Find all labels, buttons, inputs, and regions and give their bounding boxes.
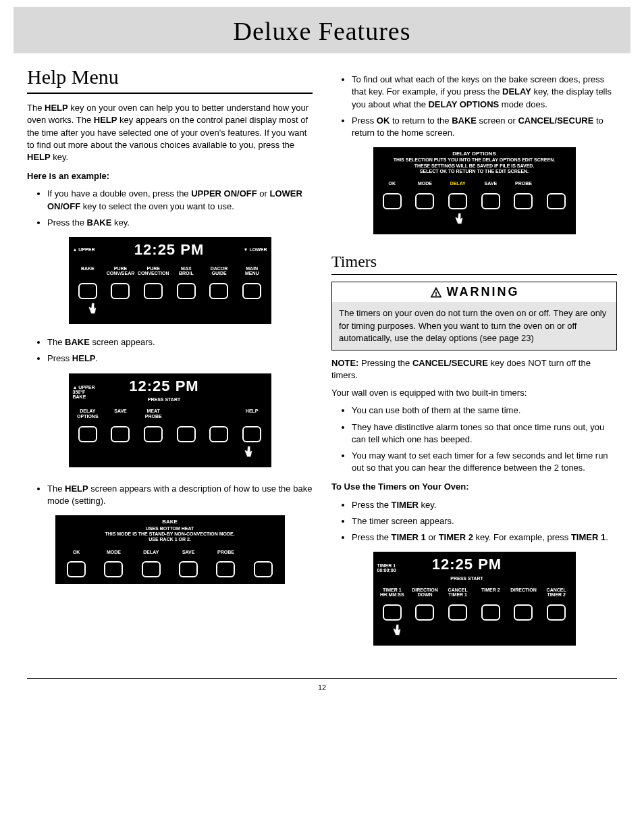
oven-key[interactable] bbox=[415, 604, 434, 621]
oven-key[interactable] bbox=[177, 426, 196, 442]
list-item: You may want to set each timer for a few… bbox=[352, 450, 617, 474]
key-row bbox=[55, 557, 285, 584]
oven-key[interactable] bbox=[78, 283, 97, 299]
oven-key[interactable] bbox=[242, 283, 261, 299]
page-footer: 12 bbox=[27, 678, 617, 706]
list-item: Press the BAKE key. bbox=[47, 217, 313, 229]
oven-key[interactable] bbox=[111, 426, 130, 442]
clock: 12:25 PM bbox=[432, 554, 502, 575]
pointer-hand-icon bbox=[451, 212, 466, 230]
oven-key[interactable] bbox=[67, 561, 86, 577]
oven-key[interactable] bbox=[177, 283, 196, 299]
soft-key-labels: BAKE PURECONV/SEAR PURECONVECTION MAXBRO… bbox=[69, 261, 271, 279]
softkey-label: PURECONVECTION bbox=[137, 266, 170, 276]
softkey-label: TIMER 2 bbox=[475, 588, 508, 598]
soft-key-labels: TIMER 1HH:MM:SS DIRECTIONDOWN CANCELTIME… bbox=[373, 582, 576, 600]
press-start: PRESS START bbox=[432, 575, 502, 582]
oven-key[interactable] bbox=[383, 193, 402, 209]
softkey-label: MAXBROIL bbox=[170, 266, 203, 276]
oven-key[interactable] bbox=[254, 561, 273, 577]
example-steps-3: The HELP screen appears with a descripti… bbox=[27, 483, 313, 507]
clock: 12:25 PM bbox=[134, 240, 204, 261]
oven-key[interactable] bbox=[216, 561, 235, 577]
oven-key[interactable] bbox=[547, 193, 566, 209]
softkey-label: MODE bbox=[408, 181, 441, 186]
panel-title: BAKE bbox=[55, 515, 285, 525]
softkey-label: DELAY bbox=[132, 550, 169, 555]
oven-key[interactable] bbox=[142, 561, 161, 577]
oven-panel-timer: TIMER 100:00:00 12:25 PM PRESS START TIM… bbox=[331, 552, 617, 646]
oven-key[interactable] bbox=[144, 426, 163, 442]
soft-key-labels: OK MODE DELAY SAVE PROBE bbox=[55, 544, 285, 558]
timer-readout: TIMER 100:00:00 bbox=[377, 563, 396, 573]
soft-key-labels: OK MODE DELAY SAVE PROBE bbox=[373, 176, 576, 189]
softkey-label bbox=[170, 409, 203, 419]
oven-key[interactable] bbox=[209, 426, 228, 442]
example-steps-2: The BAKE screen appears. Press HELP. bbox=[27, 336, 313, 365]
softkey-label: MODE bbox=[95, 550, 132, 555]
use-timers-steps: Press the TIMER key. The timer screen ap… bbox=[331, 499, 617, 544]
left-column: Help Menu The HELP key on your oven can … bbox=[27, 60, 313, 658]
softkey-label: DIRECTIONDOWN bbox=[408, 588, 441, 598]
panel-title: DELAY OPTIONS bbox=[373, 147, 576, 157]
warning-icon bbox=[429, 286, 443, 299]
pointer-hand-icon bbox=[389, 623, 404, 642]
softkey-label: DELAYOPTIONS bbox=[72, 409, 105, 419]
oven-key[interactable] bbox=[448, 604, 467, 621]
oven-key[interactable] bbox=[144, 283, 163, 299]
warning-box: WARNING The timers on your oven do not t… bbox=[331, 282, 617, 350]
softkey-label-highlighted: DELAY bbox=[441, 181, 475, 186]
oven-key[interactable] bbox=[415, 193, 434, 209]
softkey-label: OK bbox=[376, 181, 409, 186]
timers-heading: Timers bbox=[331, 251, 617, 276]
softkey-label: HELP bbox=[236, 409, 269, 419]
list-item: Press the TIMER key. bbox=[352, 499, 617, 511]
pointer-hand-icon bbox=[84, 302, 99, 320]
softkey-label: DIRECTION bbox=[507, 588, 540, 598]
oven-key[interactable] bbox=[209, 283, 228, 299]
warning-header: WARNING bbox=[332, 282, 616, 302]
oven-key[interactable] bbox=[383, 604, 402, 621]
softkey-label: SAVE bbox=[475, 181, 508, 186]
key-row bbox=[373, 189, 576, 216]
softkey-label bbox=[244, 550, 281, 555]
right-top-bullets: To find out what each of the keys on the… bbox=[331, 74, 617, 139]
example-steps-1: If you have a double oven, press the UPP… bbox=[27, 188, 313, 229]
softkey-label: BAKE bbox=[72, 266, 105, 276]
example-label: Here is an example: bbox=[27, 170, 313, 182]
help-intro: The HELP key on your oven can help you t… bbox=[27, 102, 313, 163]
list-item: The HELP screen appears with a descripti… bbox=[47, 483, 313, 507]
softkey-label: CANCELTIMER 1 bbox=[441, 588, 475, 598]
list-item: The timer screen appears. bbox=[352, 515, 617, 527]
oven-key[interactable] bbox=[242, 426, 261, 442]
press-start: PRESS START bbox=[129, 396, 198, 403]
oven-key[interactable] bbox=[514, 193, 533, 209]
softkey-label: MEATPROBE bbox=[137, 409, 170, 419]
softkey-label: TIMER 1HH:MM:SS bbox=[376, 588, 409, 598]
oven-key[interactable] bbox=[448, 193, 467, 209]
oven-panel-delay: DELAY OPTIONS THIS SELECTION PUTS YOU IN… bbox=[331, 147, 617, 238]
list-item: If you have a double oven, press the UPP… bbox=[47, 188, 313, 212]
softkey-label: SAVE bbox=[104, 409, 137, 419]
list-item: Press HELP. bbox=[47, 353, 313, 365]
pointer-hand-icon bbox=[240, 445, 255, 463]
content-columns: Help Menu The HELP key on your oven can … bbox=[0, 53, 644, 671]
list-item: Press OK to return to the BAKE screen or… bbox=[352, 115, 617, 139]
oven-key[interactable] bbox=[111, 283, 130, 299]
right-column: To find out what each of the keys on the… bbox=[331, 60, 617, 658]
oven-key[interactable] bbox=[481, 604, 500, 621]
oven-key[interactable] bbox=[104, 561, 123, 577]
oven-key[interactable] bbox=[78, 426, 97, 442]
list-item: You can use both of them at the same tim… bbox=[352, 405, 617, 417]
softkey-label: PURECONV/SEAR bbox=[104, 266, 137, 276]
help-menu-heading: Help Menu bbox=[27, 63, 313, 94]
softkey-label: OK bbox=[58, 550, 95, 555]
oven-key[interactable] bbox=[179, 561, 198, 577]
panel-info-text: THIS SELECTION PUTS YOU INTO THE DELAY O… bbox=[373, 157, 576, 176]
equip-text: Your wall oven is equipped with two buil… bbox=[331, 387, 617, 399]
oven-key[interactable] bbox=[481, 193, 500, 209]
page-title: Deluxe Features bbox=[14, 14, 630, 49]
oven-key[interactable] bbox=[547, 604, 566, 621]
title-banner: Deluxe Features bbox=[14, 7, 630, 53]
oven-key[interactable] bbox=[514, 604, 533, 621]
